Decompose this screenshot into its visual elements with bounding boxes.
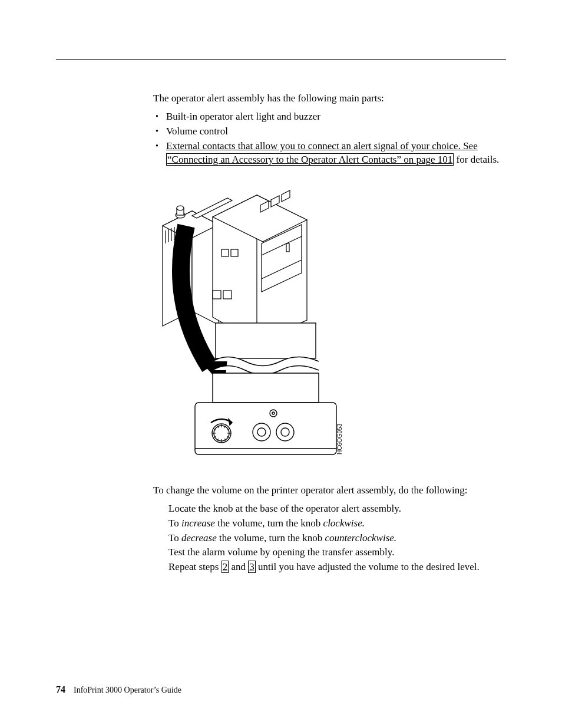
procedure-steps: Locate the knob at the base of the opera… <box>153 502 506 575</box>
bullet-item: Volume control <box>153 125 506 139</box>
step-text: and <box>229 561 248 572</box>
bullet-prefix: External contacts that allow you to conn… <box>166 140 478 151</box>
bullet-item: Built-in operator alert light and buzzer <box>153 110 506 124</box>
svg-point-34 <box>276 423 294 441</box>
bullet-text: Built-in operator alert light and buzzer <box>166 111 320 122</box>
svg-point-32 <box>253 423 270 441</box>
svg-point-37 <box>214 426 229 441</box>
footer-title: InfoPrint 3000 Operator’s Guide <box>74 686 181 694</box>
svg-rect-11 <box>231 249 238 256</box>
svg-marker-20 <box>282 190 290 202</box>
svg-rect-26 <box>216 323 316 358</box>
step-text: To <box>168 532 181 543</box>
emphasis: clockwise. <box>323 518 365 529</box>
svg-marker-27 <box>213 373 319 403</box>
bullet-list: Built-in operator alert light and buzzer… <box>153 110 506 167</box>
step-text: until you have adjusted the volume to th… <box>256 561 480 572</box>
printer-diagram-icon: HC6OG053 <box>157 185 363 467</box>
step-reference-link[interactable]: 3 <box>248 561 256 573</box>
step-text: To <box>168 518 181 529</box>
step-1: Locate the knob at the base of the opera… <box>168 502 506 516</box>
step-2: To increase the volume, turn the knob cl… <box>168 517 506 531</box>
page-footer: 74InfoPrint 3000 Operator’s Guide <box>56 684 181 695</box>
svg-point-31 <box>272 412 275 414</box>
emphasis: decrease <box>181 532 217 543</box>
step-4: Test the alarm volume by opening the tra… <box>168 546 506 559</box>
page-number: 74 <box>56 684 65 694</box>
cross-reference-link[interactable]: “Connecting an Accessory to the Operator… <box>166 153 454 166</box>
bullet-text: Volume control <box>166 126 228 137</box>
emphasis: increase <box>181 518 215 529</box>
step-3: To decrease the volume, turn the knob co… <box>168 532 506 545</box>
step-text: Locate the knob at the base of the opera… <box>168 503 401 514</box>
step-text: Repeat steps <box>168 561 222 572</box>
bullet-text: External contacts that allow you to conn… <box>166 140 499 166</box>
svg-rect-10 <box>222 249 229 256</box>
svg-rect-12 <box>213 291 221 299</box>
svg-rect-17 <box>286 243 289 252</box>
intro-paragraph: The operator alert assembly has the foll… <box>153 92 506 106</box>
step-text: the volume, turn the knob <box>217 532 325 543</box>
svg-point-5 <box>177 206 184 210</box>
figure-operator-alert-assembly: HC6OG053 <box>157 185 506 467</box>
procedure-lead: To change the volume on the printer oper… <box>153 484 506 498</box>
figure-code-label: HC6OG053 <box>336 423 343 454</box>
emphasis: counterclockwise. <box>325 532 396 543</box>
step-reference-link[interactable]: 2 <box>222 561 229 573</box>
step-text: the volume, turn the knob <box>215 518 323 529</box>
step-5: Repeat steps 2 and 3 until you have adju… <box>168 561 506 574</box>
step-text: Test the alarm volume by opening the tra… <box>168 546 394 558</box>
body-content: The operator alert assembly has the foll… <box>153 92 506 574</box>
header-rule <box>56 59 506 60</box>
page: The operator alert assembly has the foll… <box>0 0 562 728</box>
bullet-suffix: for details. <box>454 154 499 165</box>
svg-rect-13 <box>223 291 232 299</box>
bullet-item: External contacts that allow you to conn… <box>153 140 506 167</box>
